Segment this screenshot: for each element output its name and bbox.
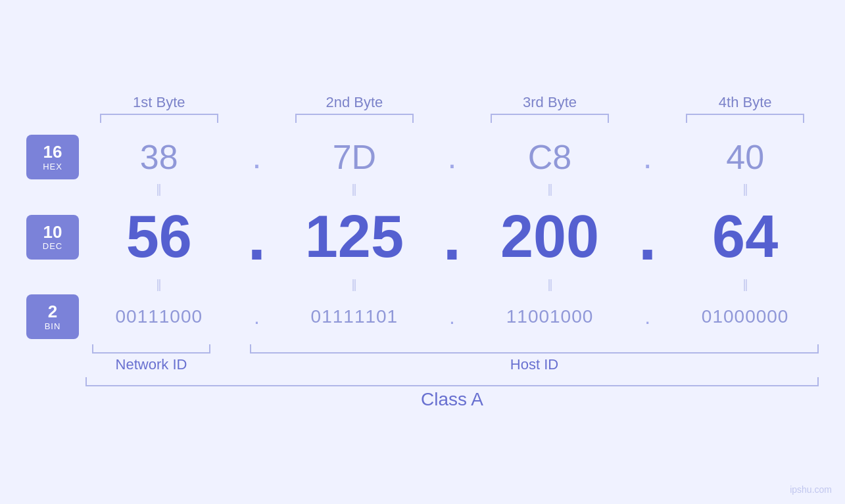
bin-values-area: 00111000 . 01111101 . 11001000 . 0100000… (85, 305, 819, 329)
hex-val-1: 38 (93, 137, 225, 177)
eq1-2: ‖ (289, 182, 420, 196)
id-labels-area: Network ID Host ID (85, 356, 819, 373)
byte-labels-area: 1st Byte 2nd Byte 3rd Byte 4th Byte (85, 94, 819, 111)
hex-values-area: 38 . 7D . C8 . 40 (85, 137, 819, 177)
equals-row-1: ‖ ‖ ‖ ‖ (26, 182, 819, 196)
top-bracket-3 (484, 114, 616, 123)
bottom-brackets-row (26, 344, 819, 354)
bin-row: 2 BIN 00111000 . 01111101 . 11001000 . 0… (26, 294, 819, 339)
bin-dot-3: . (631, 305, 664, 329)
dec-dot-2: . (435, 199, 468, 275)
hex-val-4: 40 (679, 137, 811, 177)
bottom-brackets-area (85, 344, 819, 354)
hex-badge-number: 16 (43, 143, 62, 162)
bin-badge: 2 BIN (26, 294, 79, 339)
byte-1-label: 1st Byte (93, 94, 225, 111)
dec-val-4: 64 (679, 203, 811, 271)
eq1-3: ‖ (484, 182, 616, 196)
bin-val-1: 00111000 (93, 306, 225, 327)
dec-val-1: 56 (93, 203, 225, 271)
eq1-4: ‖ (679, 182, 811, 196)
dec-badge-number: 10 (43, 223, 62, 242)
hex-dot-1: . (240, 138, 273, 176)
bin-badge-number: 2 (48, 302, 57, 321)
eq2-2: ‖ (289, 277, 420, 292)
hex-badge-area: 16 HEX (26, 135, 85, 179)
hex-badge-label: HEX (43, 162, 62, 172)
host-id-bracket-area (250, 344, 819, 354)
dec-values-area: 56 . 125 . 200 . 64 (85, 199, 819, 275)
dec-val-2: 125 (289, 203, 420, 271)
main-container: 1st Byte 2nd Byte 3rd Byte 4th Byte (0, 0, 845, 504)
eq2-4: ‖ (679, 277, 811, 292)
top-bracket-2 (289, 114, 420, 123)
id-labels-row: Network ID Host ID (26, 356, 819, 373)
dec-badge: 10 DEC (26, 215, 79, 260)
eq2-3: ‖ (484, 277, 616, 292)
bin-badge-area: 2 BIN (26, 294, 85, 339)
hex-badge: 16 HEX (26, 135, 79, 179)
bin-val-4: 01000000 (679, 306, 811, 327)
dec-badge-label: DEC (43, 241, 62, 251)
top-bracket-1 (93, 114, 225, 123)
network-id-label: Network ID (85, 356, 217, 373)
top-brackets-row (26, 114, 819, 123)
byte-3-label: 3rd Byte (484, 94, 616, 111)
bin-dot-2: . (435, 305, 468, 329)
class-label: Class A (85, 389, 819, 410)
bin-val-2: 01111101 (289, 306, 420, 327)
top-brackets-area (85, 114, 819, 123)
dec-dot-1: . (240, 199, 273, 275)
byte-4-label: 4th Byte (679, 94, 811, 111)
hex-val-2: 7D (289, 137, 420, 177)
dec-row: 10 DEC 56 . 125 . 200 . 64 (26, 199, 819, 275)
dec-dot-3: . (631, 199, 664, 275)
hex-val-3: C8 (484, 137, 616, 177)
hex-row: 16 HEX 38 . 7D . C8 . 40 (26, 135, 819, 179)
host-id-label: Host ID (250, 356, 819, 373)
dec-badge-area: 10 DEC (26, 215, 85, 260)
class-bracket-area (85, 377, 819, 386)
class-label-row: Class A (26, 389, 819, 410)
byte-labels-row: 1st Byte 2nd Byte 3rd Byte 4th Byte (26, 94, 819, 111)
bin-badge-label: BIN (45, 321, 61, 331)
eq1-area: ‖ ‖ ‖ ‖ (85, 182, 819, 196)
bin-dot-1: . (240, 305, 273, 329)
class-bracket-row (26, 377, 819, 386)
dec-val-3: 200 (484, 203, 616, 271)
eq1-1: ‖ (93, 182, 225, 196)
network-id-bracket (85, 344, 217, 354)
watermark: ipshu.com (790, 484, 832, 495)
equals-row-2: ‖ ‖ ‖ ‖ (26, 277, 819, 292)
eq2-1: ‖ (93, 277, 225, 292)
top-bracket-4 (679, 114, 811, 123)
hex-dot-3: . (631, 138, 664, 176)
hex-dot-2: . (435, 138, 468, 176)
byte-2-label: 2nd Byte (289, 94, 420, 111)
bin-val-3: 11001000 (484, 306, 616, 327)
eq2-area: ‖ ‖ ‖ ‖ (85, 277, 819, 292)
